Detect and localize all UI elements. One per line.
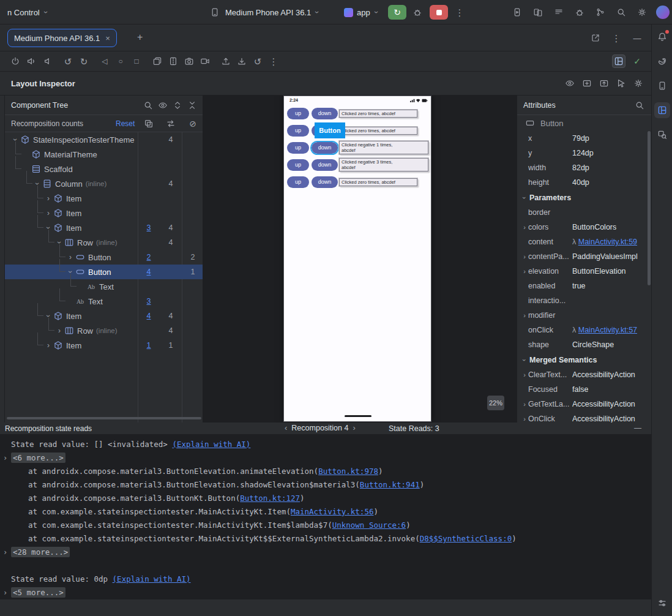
attribute-row[interactable]: ›elevationButtonElevation — [517, 264, 651, 279]
expand-icon[interactable]: › — [521, 223, 528, 231]
source-link[interactable]: D8$$SyntheticClass:0 — [420, 534, 512, 543]
device-up-button[interactable]: up — [287, 125, 309, 137]
attribute-row[interactable]: ›modifier — [517, 308, 651, 323]
recomposition-count-link[interactable]: 3 — [147, 223, 151, 232]
rotate-left-icon[interactable]: ↺ — [61, 54, 75, 68]
main-menu-button[interactable]: n Control › — [4, 4, 51, 20]
more-options-icon[interactable]: ⋮ — [267, 54, 280, 68]
running-devices-icon[interactable] — [510, 6, 524, 19]
search-icon[interactable] — [141, 99, 155, 112]
more-actions-button[interactable]: ⋮ — [453, 6, 466, 19]
gradle-icon[interactable] — [654, 53, 670, 69]
source-link[interactable]: MainActivity.kt:56 — [291, 507, 373, 516]
attribute-row[interactable]: width82dp — [517, 160, 651, 175]
source-location-link[interactable]: MainActivity.kt:57 — [578, 326, 637, 334]
explain-with-ai-link[interactable]: (Explain with AI) — [113, 574, 191, 584]
recomposition-count-link[interactable]: 4 — [147, 268, 151, 276]
more-options-icon[interactable]: ⋮ — [610, 31, 623, 45]
rotate-right-icon[interactable]: ↻ — [77, 54, 91, 68]
attribute-row[interactable]: ›contentPa...PaddingValuesImpl — [517, 249, 651, 264]
device-manager-icon[interactable] — [654, 78, 670, 94]
device-textbox[interactable]: Clicked negative 1 times,abcdef — [339, 141, 428, 154]
hide-panel-icon[interactable]: — — [634, 424, 641, 432]
source-link[interactable]: Button.kt:978 — [318, 467, 378, 476]
expand-icon[interactable]: › — [521, 371, 528, 378]
attribute-row[interactable]: x79dp — [517, 131, 651, 146]
download-icon[interactable] — [235, 54, 248, 68]
device-textbox[interactable]: Clicked negative 3 times,abcdef — [339, 158, 428, 171]
tree-expand-icon[interactable]: › — [44, 209, 53, 217]
device-up-button[interactable]: up — [287, 176, 309, 188]
visibility-options-icon[interactable] — [563, 77, 577, 90]
search-icon[interactable] — [614, 6, 628, 19]
section-header[interactable]: ›Merged Semantics — [517, 352, 651, 367]
device-textbox[interactable]: Clicked zero times, abcdef — [339, 178, 417, 186]
next-recomposition-icon[interactable]: › — [353, 423, 355, 432]
hide-window-icon[interactable]: — — [630, 31, 644, 45]
expand-icon[interactable]: › — [521, 253, 528, 260]
previous-recomposition-icon[interactable]: ‹ — [285, 423, 287, 432]
fold-label[interactable]: <6 more...> — [11, 453, 65, 463]
attribute-row[interactable]: enabledtrue — [517, 279, 651, 293]
tree-row[interactable]: ›StateInspectionTesterTheme4 — [5, 132, 203, 147]
tune-icon[interactable] — [654, 595, 670, 611]
source-location-link[interactable]: MainActivity.kt:59 — [578, 238, 637, 246]
visibility-icon[interactable] — [156, 99, 170, 112]
toggle-layout-inspector-icon[interactable] — [612, 54, 625, 68]
attribute-row[interactable]: contentλ MainActivity.kt:59 — [517, 235, 651, 249]
device-down-button[interactable]: down — [312, 159, 338, 171]
camera-icon[interactable] — [182, 54, 196, 68]
attribute-row[interactable]: onClickλ MainActivity.kt:57 — [517, 323, 651, 337]
tree-row[interactable]: Scaffold — [5, 162, 203, 176]
device-up-button[interactable]: up — [287, 142, 309, 154]
tree-expand-icon[interactable]: › — [55, 326, 64, 335]
device-down-button[interactable]: down — [312, 142, 338, 154]
attribute-row[interactable]: ›GetTextLa...AccessibilityAction — [517, 397, 651, 411]
expand-icon[interactable]: › — [521, 268, 528, 275]
rerun-button[interactable]: ↻ — [388, 5, 406, 20]
restore-snapshot-icon[interactable]: ↺ — [251, 54, 264, 68]
screenshot-icon[interactable] — [151, 54, 164, 68]
tree-row[interactable]: AbText — [5, 279, 203, 294]
logcat-icon[interactable] — [552, 6, 566, 19]
attribute-row[interactable]: Focusedfalse — [517, 382, 651, 397]
device-up-button[interactable]: up — [287, 159, 309, 171]
user-avatar[interactable] — [656, 6, 670, 19]
nav-home-icon[interactable]: ○ — [114, 54, 127, 68]
app-inspection-icon[interactable] — [654, 127, 670, 143]
tree-row[interactable]: AbText3 — [5, 294, 203, 309]
volume-down-icon[interactable] — [40, 54, 54, 68]
clear-counts-icon[interactable]: ⊘ — [186, 117, 200, 130]
tree-row[interactable]: MaterialTheme — [5, 147, 203, 162]
debug-button[interactable] — [411, 6, 424, 19]
attribute-row[interactable]: ›colorsButtonColors — [517, 220, 651, 235]
tree-row[interactable]: ›Item11 — [5, 338, 203, 353]
inspector-settings-icon[interactable] — [632, 77, 645, 90]
compare-counts-icon[interactable] — [164, 117, 177, 130]
attribute-row[interactable]: y124dp — [517, 146, 651, 160]
export-counts-icon[interactable] — [142, 117, 155, 130]
tree-row[interactable]: ›Button41 — [5, 265, 203, 279]
upload-icon[interactable] — [219, 54, 233, 68]
stop-button[interactable] — [430, 5, 448, 20]
explain-with-ai-link[interactable]: (Explain with AI) — [172, 440, 250, 449]
expand-icon[interactable]: › — [521, 312, 528, 319]
device-nav-handle[interactable] — [345, 415, 371, 417]
attribute-row[interactable]: shapeCircleShape — [517, 337, 651, 352]
device-tab[interactable]: Medium Phone API 36.1 × — [7, 29, 117, 47]
record-screen-icon[interactable] — [198, 54, 212, 68]
section-header[interactable]: ›Parameters — [517, 190, 651, 205]
device-down-button[interactable]: down — [312, 176, 338, 188]
nav-back-icon[interactable]: ◁ — [98, 54, 111, 68]
expand-all-icon[interactable] — [171, 99, 184, 112]
device-screen[interactable]: 2:24 updownClicked zero times, abcdefupd… — [283, 96, 431, 422]
volume-up-icon[interactable] — [24, 54, 38, 68]
collapse-icon[interactable]: › — [521, 356, 528, 364]
tree-row[interactable]: ›Row(inline)4 — [5, 323, 203, 338]
close-tab-icon[interactable]: × — [105, 34, 110, 43]
expand-icon[interactable]: › — [521, 400, 528, 408]
pick-component-icon[interactable] — [614, 77, 628, 90]
device-textbox[interactable]: Clicked zero times, abcdef — [339, 127, 417, 135]
horizontal-scrollbar[interactable] — [7, 417, 201, 419]
settings-icon[interactable] — [635, 6, 649, 19]
